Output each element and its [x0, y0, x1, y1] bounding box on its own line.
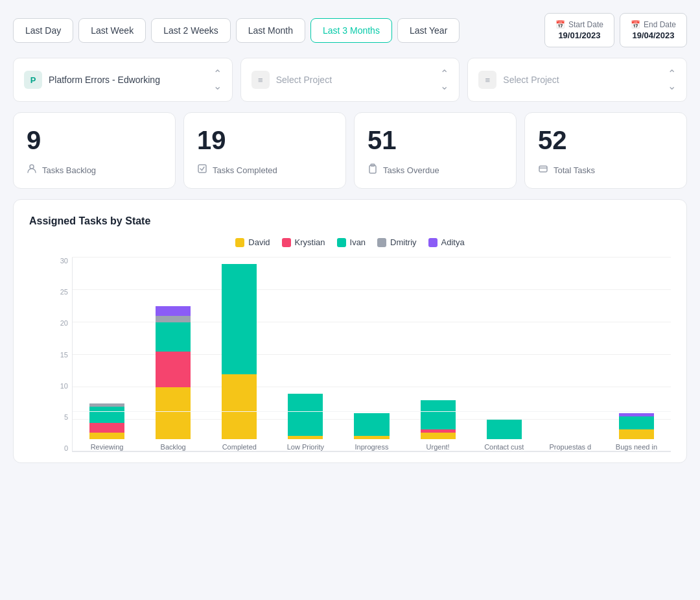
project-icon-1: ≡ — [251, 71, 270, 89]
legend-item-dmitriy: Dmitriy — [377, 237, 416, 247]
bar-segment-ivan — [354, 413, 389, 436]
stat-card-completed: 19 Tasks Completed — [183, 112, 346, 189]
project-icon-2: ≡ — [478, 71, 496, 89]
bar-segment-ivan — [619, 416, 654, 429]
bar-segment-david — [354, 436, 389, 439]
bar-x-label-2: Completed — [222, 443, 257, 451]
chevron-icon-1: ⌃⌄ — [440, 67, 449, 92]
y-label: 20 — [52, 320, 68, 327]
y-label: 5 — [52, 414, 68, 421]
clip-icon — [368, 163, 378, 176]
legend-color-dmitriy — [377, 238, 386, 247]
chart-section: Assigned Tasks by State DavidKrystianIva… — [13, 199, 687, 463]
start-date-picker[interactable]: 📅 Start Date 19/01/2023 — [544, 13, 614, 47]
bar-stack-4 — [354, 413, 389, 439]
stat-number-total: 52 — [538, 127, 673, 153]
bar-segment-david — [619, 429, 654, 439]
bar-segment-aditya — [156, 306, 191, 316]
filter-last-month[interactable]: Last Month — [236, 18, 305, 43]
legend-item-david: David — [235, 237, 270, 247]
stat-card-total: 52 Total Tasks — [524, 112, 687, 189]
project-label-1: Select Project — [276, 75, 434, 85]
bar-segment-ivan — [487, 420, 522, 439]
bars-container: ReviewingBacklogCompletedLow PriorityInp… — [72, 258, 671, 452]
bar-stack-2 — [222, 264, 257, 439]
bar-segment-krystian — [156, 352, 191, 387]
stat-label-total: Total Tasks — [538, 163, 673, 176]
chart-title: Assigned Tasks by State — [29, 215, 671, 227]
bar-segment-david — [288, 436, 323, 439]
bar-x-label-8: Bugs need in — [616, 443, 657, 451]
calendar-icon-2: 📅 — [631, 20, 640, 29]
y-label: 30 — [52, 258, 68, 265]
legend-item-krystian: Krystian — [282, 237, 325, 247]
bar-segment-ivan — [222, 264, 257, 374]
chart-area: 051015202530 ReviewingBacklogCompletedLo… — [29, 258, 671, 452]
chevron-icon-2: ⌃⌄ — [668, 67, 676, 92]
legend-item-ivan: Ivan — [337, 237, 366, 247]
end-date-value: 19/04/2023 — [632, 30, 674, 40]
end-date-label: 📅 End Date — [631, 20, 676, 29]
stat-label-overdue: Tasks Overdue — [368, 163, 503, 176]
card-icon — [538, 163, 548, 176]
bar-group-1: Backlog — [144, 306, 202, 451]
end-date-picker[interactable]: 📅 End Date 19/04/2023 — [620, 13, 687, 47]
legend-color-ivan — [337, 238, 346, 247]
bar-group-5: Urgent! — [409, 400, 467, 451]
bar-x-label-6: Contact cust — [484, 443, 524, 451]
stats-row: 9 Tasks Backlog 19 Tasks Completed 51 Ta… — [13, 112, 687, 189]
y-label: 15 — [52, 352, 68, 359]
chart-legend: DavidKrystianIvanDmitriyAditya — [29, 237, 671, 247]
filter-last-day[interactable]: Last Day — [13, 18, 73, 43]
filter-last-3-months[interactable]: Last 3 Months — [310, 18, 392, 43]
bar-segment-dmitriy — [156, 316, 191, 322]
bar-stack-5 — [421, 400, 456, 439]
svg-rect-3 — [369, 165, 376, 173]
person-icon — [27, 163, 37, 176]
y-axis: 051015202530 — [52, 258, 72, 452]
bar-group-4: Inprogress — [342, 413, 401, 451]
bar-segment-krystian — [89, 423, 124, 433]
bar-stack-3 — [288, 394, 323, 439]
y-label: 0 — [52, 445, 68, 452]
bar-x-label-4: Inprogress — [355, 443, 389, 451]
project-label-2: Select Project — [503, 75, 661, 85]
time-filter-bar: Last Day Last Week Last 2 Weeks Last Mon… — [13, 13, 687, 47]
bar-segment-david — [156, 387, 191, 439]
stat-label-backlog: Tasks Backlog — [27, 163, 162, 176]
legend-color-aditya — [428, 238, 438, 247]
bar-x-label-5: Urgent! — [426, 443, 450, 451]
bar-segment-david — [421, 433, 456, 439]
bar-x-label-1: Backlog — [161, 443, 186, 451]
stat-card-backlog: 9 Tasks Backlog — [13, 112, 176, 189]
svg-rect-4 — [539, 166, 547, 172]
stat-number-overdue: 51 — [368, 127, 503, 153]
svg-rect-1 — [198, 165, 206, 173]
bar-segment-ivan — [288, 394, 323, 436]
project-icon-0: P — [24, 71, 42, 89]
legend-color-david — [235, 238, 244, 247]
bar-stack-6 — [487, 420, 522, 439]
bar-group-7: Propuestas d — [541, 439, 600, 451]
bar-stack-0 — [89, 403, 124, 439]
stat-number-completed: 19 — [197, 127, 332, 153]
legend-color-krystian — [282, 238, 291, 247]
stat-number-backlog: 9 — [27, 127, 162, 153]
bar-group-3: Low Priority — [276, 394, 334, 451]
bar-stack-8 — [619, 413, 654, 439]
project-selector-2[interactable]: ≡ Select Project ⌃⌄ — [467, 58, 687, 102]
y-label: 25 — [52, 289, 68, 296]
bar-group-6: Contact cust — [475, 420, 533, 451]
project-selector-0[interactable]: P Platform Errors - Edworking ⌃⌄ — [13, 58, 233, 102]
bar-segment-david — [222, 374, 257, 439]
filter-last-2-weeks[interactable]: Last 2 Weeks — [151, 18, 231, 43]
stat-label-completed: Tasks Completed — [197, 163, 332, 176]
legend-item-aditya: Aditya — [428, 237, 465, 247]
project-selectors-row: P Platform Errors - Edworking ⌃⌄ ≡ Selec… — [13, 58, 687, 102]
bar-group-8: Bugs need in — [607, 413, 666, 451]
filter-last-week[interactable]: Last Week — [78, 18, 146, 43]
chevron-icon-0: ⌃⌄ — [213, 67, 222, 92]
project-selector-1[interactable]: ≡ Select Project ⌃⌄ — [240, 58, 460, 102]
filter-last-year[interactable]: Last Year — [397, 18, 460, 43]
start-date-value: 19/01/2023 — [558, 30, 600, 40]
